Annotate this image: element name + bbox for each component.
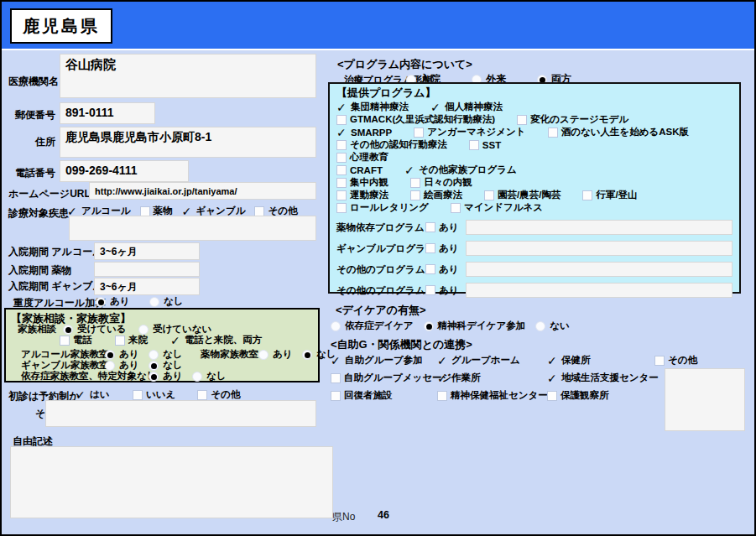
- provided-program-row: 運動療法絵画療法園芸/農芸/陶芸行軍/登山: [336, 189, 733, 201]
- checkbox-unchecked[interactable]: 運動療法: [336, 189, 388, 201]
- checkbox-unchecked[interactable]: その他: [197, 388, 240, 401]
- first-visit-options: ✓はいいいえその他: [76, 388, 262, 401]
- radio-unselected[interactable]: あり: [258, 348, 302, 361]
- provided-program-grid: ✓集団精神療法✓個人精神療法GTMACK(久里浜式認知行動療法)変化のステージモ…: [336, 101, 733, 214]
- checkbox-unchecked[interactable]: CRAFT: [336, 165, 383, 175]
- checkbox-unchecked[interactable]: 精神保健福祉センター: [437, 389, 547, 402]
- radio-unselected[interactable]: 依存症デイケア: [331, 320, 414, 332]
- radio-icon: [149, 350, 159, 360]
- phone-input[interactable]: 099-269-4111: [60, 160, 189, 182]
- program-line-input[interactable]: [466, 283, 733, 298]
- checkbox-icon: [414, 127, 424, 138]
- drug-family-class-label: 薬物家族教室: [201, 348, 258, 361]
- radio-unselected[interactable]: なし: [149, 295, 185, 308]
- program-line-input[interactable]: [466, 241, 733, 256]
- radio-icon: [535, 321, 545, 331]
- checkbox-checked[interactable]: ✓自助グループ参加: [331, 354, 437, 367]
- checkbox-unchecked[interactable]: 心理教育: [336, 151, 388, 164]
- checkbox-label: 保健所: [561, 354, 591, 367]
- checkbox-unchecked[interactable]: 行軍/登山: [582, 189, 637, 201]
- checkbox-unchecked[interactable]: 保護観察所: [547, 389, 654, 402]
- checkbox-checked[interactable]: ✓その他家族プログラム: [404, 164, 517, 176]
- provided-program-row: ロールレタリングマインドフルネス: [336, 201, 733, 214]
- program-line: ギャンブルプログラムあり: [336, 241, 733, 256]
- checkbox-unchecked[interactable]: その他: [654, 354, 750, 367]
- checkbox-checked[interactable]: ✓地域生活支援センター: [547, 372, 654, 384]
- checkbox-unchecked[interactable]: あり: [425, 221, 459, 234]
- radio-icon: [149, 372, 159, 382]
- radio-label: あり: [163, 370, 183, 382]
- radio-unselected[interactable]: ない: [535, 320, 570, 332]
- checkbox-label: 酒のない人生を始めるASK版: [561, 126, 689, 138]
- checkbox-label: 園芸/農芸/陶芸: [498, 189, 560, 201]
- cooperation-other-input[interactable]: [665, 368, 745, 431]
- stay-gamble-input[interactable]: 3~6ヶ月: [94, 278, 200, 295]
- checkbox-unchecked[interactable]: アンガーマネジメント: [414, 126, 525, 138]
- checkbox-label: アンガーマネジメント: [427, 126, 525, 138]
- checkbox-unchecked[interactable]: 園芸/農芸/陶芸: [484, 189, 560, 201]
- checkbox-unchecked[interactable]: 来院: [115, 334, 155, 346]
- checkbox-label: 来院: [128, 334, 148, 346]
- check-icon: ✓: [547, 356, 558, 366]
- other-input[interactable]: [45, 400, 316, 427]
- stay-alcohol-input[interactable]: 3~6ヶ月: [94, 242, 200, 260]
- target-disease-detail-input[interactable]: [69, 216, 316, 241]
- address-input[interactable]: 鹿児島県鹿児島市小原町8-1: [60, 127, 316, 158]
- checkbox-checked[interactable]: ✓グループホーム: [437, 354, 547, 367]
- checkbox-unchecked[interactable]: いいえ: [133, 388, 175, 401]
- checkbox-label: 作業所: [451, 372, 481, 384]
- checkbox-label: 集中内観: [350, 176, 388, 189]
- checkbox-unchecked[interactable]: 電話: [60, 334, 100, 346]
- radio-unselected[interactable]: なし: [192, 370, 236, 382]
- checkbox-icon: [60, 336, 70, 346]
- checkbox-unchecked[interactable]: ロールレタリング: [336, 201, 429, 214]
- header-bar: 鹿児島県: [2, 2, 754, 50]
- checkbox-icon: [133, 390, 143, 400]
- checkbox-unchecked[interactable]: 酒のない人生を始めるASK版: [548, 126, 689, 138]
- checkbox-checked[interactable]: ✓SMARPP: [336, 127, 392, 138]
- checkbox-unchecked[interactable]: 絵画療法: [410, 189, 462, 201]
- stay-drug-input[interactable]: [94, 262, 200, 277]
- radio-selected[interactable]: あり: [96, 295, 131, 308]
- checkbox-label: 自助グループメッセージ: [344, 372, 451, 384]
- checkbox-icon: [425, 222, 435, 232]
- radio-label: 精神科デイケア参加: [438, 320, 526, 332]
- checkbox-checked[interactable]: ✓個人精神療法: [430, 101, 503, 113]
- checkbox-icon: [331, 391, 341, 401]
- zip-input[interactable]: 891-0111: [60, 102, 155, 124]
- checkbox-checked[interactable]: ✓保健所: [547, 354, 654, 367]
- program-line-input[interactable]: [466, 220, 733, 235]
- checkbox-unchecked[interactable]: GTMACK(久里浜式認知行動療法): [336, 113, 495, 126]
- cooperation-row: ✓自助グループ参加✓グループホーム✓保健所その他: [331, 354, 750, 367]
- org-name-input[interactable]: 谷山病院: [60, 54, 316, 98]
- checkbox-checked[interactable]: ✓集団精神療法: [336, 101, 409, 113]
- program-line-label: 薬物依存プログラム: [336, 221, 425, 234]
- radio-icon: [258, 350, 269, 360]
- checkbox-unchecked[interactable]: 変化のステージモデル: [517, 113, 628, 126]
- checkbox-icon: [548, 127, 558, 138]
- free-text-area[interactable]: [10, 446, 333, 518]
- checkbox-checked[interactable]: ✓電話と来院、両方: [170, 334, 262, 346]
- checkbox-unchecked[interactable]: SST: [469, 140, 501, 150]
- checkbox-unchecked[interactable]: あり: [425, 263, 459, 276]
- homepage-url-input[interactable]: http://www.jiaikai.or.jp/taniyama/: [89, 182, 316, 200]
- checkbox-checked[interactable]: ✓作業所: [437, 372, 547, 384]
- check-icon: ✓: [437, 373, 448, 383]
- checkbox-unchecked[interactable]: 回復者施設: [331, 389, 437, 402]
- checkbox-unchecked[interactable]: マインドフルネス: [451, 201, 543, 214]
- zip-label: 郵便番号: [15, 108, 55, 122]
- checkbox-unchecked[interactable]: 自助グループメッセージ: [331, 372, 437, 384]
- radio-selected[interactable]: あり: [149, 370, 192, 382]
- program-line-label: その他のプログラム: [336, 263, 425, 276]
- checkbox-unchecked[interactable]: あり: [425, 242, 459, 255]
- checkbox-label: あり: [439, 263, 459, 276]
- checkbox-unchecked[interactable]: その他の認知行動療法: [336, 138, 447, 151]
- checkbox-checked[interactable]: ✓はい: [76, 388, 111, 401]
- program-line-input[interactable]: [466, 262, 733, 277]
- radio-label: ない: [550, 320, 570, 332]
- checkbox-unchecked[interactable]: 日々の内観: [410, 176, 472, 189]
- check-icon: ✓: [331, 356, 342, 366]
- radio-selected[interactable]: 精神科デイケア参加: [424, 320, 526, 332]
- checkbox-unchecked[interactable]: あり: [425, 284, 459, 297]
- checkbox-unchecked[interactable]: 集中内観: [336, 176, 388, 189]
